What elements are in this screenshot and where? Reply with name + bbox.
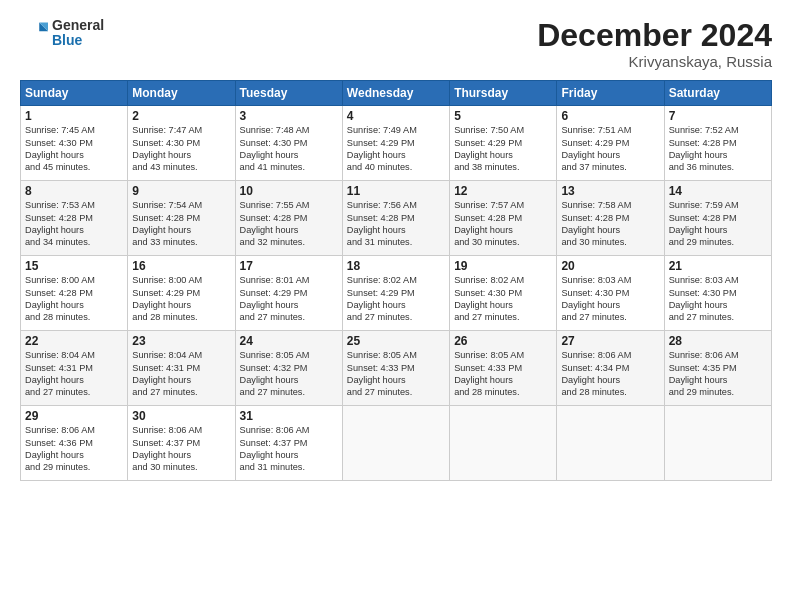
- table-row: [664, 406, 771, 481]
- cell-info: Sunrise: 8:05 AM Sunset: 4:33 PM Dayligh…: [347, 349, 445, 399]
- cell-info: Sunrise: 7:49 AM Sunset: 4:29 PM Dayligh…: [347, 124, 445, 174]
- calendar-row: 22 Sunrise: 8:04 AM Sunset: 4:31 PM Dayl…: [21, 331, 772, 406]
- day-number: 30: [132, 409, 230, 423]
- calendar-row: 15 Sunrise: 8:00 AM Sunset: 4:28 PM Dayl…: [21, 256, 772, 331]
- day-number: 17: [240, 259, 338, 273]
- table-row: 15 Sunrise: 8:00 AM Sunset: 4:28 PM Dayl…: [21, 256, 128, 331]
- table-row: 30 Sunrise: 8:06 AM Sunset: 4:37 PM Dayl…: [128, 406, 235, 481]
- calendar-row: 8 Sunrise: 7:53 AM Sunset: 4:28 PM Dayli…: [21, 181, 772, 256]
- cell-info: Sunrise: 7:53 AM Sunset: 4:28 PM Dayligh…: [25, 199, 123, 249]
- logo-icon: [20, 19, 48, 47]
- day-number: 1: [25, 109, 123, 123]
- table-row: 25 Sunrise: 8:05 AM Sunset: 4:33 PM Dayl…: [342, 331, 449, 406]
- day-number: 11: [347, 184, 445, 198]
- cell-info: Sunrise: 7:51 AM Sunset: 4:29 PM Dayligh…: [561, 124, 659, 174]
- logo-general: General: [52, 18, 104, 33]
- col-tuesday: Tuesday: [235, 81, 342, 106]
- cell-info: Sunrise: 8:04 AM Sunset: 4:31 PM Dayligh…: [25, 349, 123, 399]
- cell-info: Sunrise: 7:47 AM Sunset: 4:30 PM Dayligh…: [132, 124, 230, 174]
- cell-info: Sunrise: 7:59 AM Sunset: 4:28 PM Dayligh…: [669, 199, 767, 249]
- cell-info: Sunrise: 8:02 AM Sunset: 4:30 PM Dayligh…: [454, 274, 552, 324]
- day-number: 12: [454, 184, 552, 198]
- cell-info: Sunrise: 7:54 AM Sunset: 4:28 PM Dayligh…: [132, 199, 230, 249]
- day-number: 6: [561, 109, 659, 123]
- cell-info: Sunrise: 7:45 AM Sunset: 4:30 PM Dayligh…: [25, 124, 123, 174]
- day-number: 5: [454, 109, 552, 123]
- table-row: 8 Sunrise: 7:53 AM Sunset: 4:28 PM Dayli…: [21, 181, 128, 256]
- day-number: 2: [132, 109, 230, 123]
- table-row: [342, 406, 449, 481]
- page: General Blue December 2024 Krivyanskaya,…: [0, 0, 792, 612]
- day-number: 16: [132, 259, 230, 273]
- table-row: 2 Sunrise: 7:47 AM Sunset: 4:30 PM Dayli…: [128, 106, 235, 181]
- cell-info: Sunrise: 8:06 AM Sunset: 4:37 PM Dayligh…: [240, 424, 338, 474]
- day-number: 22: [25, 334, 123, 348]
- day-number: 18: [347, 259, 445, 273]
- cell-info: Sunrise: 8:03 AM Sunset: 4:30 PM Dayligh…: [669, 274, 767, 324]
- day-number: 10: [240, 184, 338, 198]
- col-friday: Friday: [557, 81, 664, 106]
- header: General Blue December 2024 Krivyanskaya,…: [20, 18, 772, 70]
- col-saturday: Saturday: [664, 81, 771, 106]
- location: Krivyanskaya, Russia: [537, 53, 772, 70]
- day-number: 15: [25, 259, 123, 273]
- table-row: 14 Sunrise: 7:59 AM Sunset: 4:28 PM Dayl…: [664, 181, 771, 256]
- table-row: 22 Sunrise: 8:04 AM Sunset: 4:31 PM Dayl…: [21, 331, 128, 406]
- table-row: [557, 406, 664, 481]
- table-row: 29 Sunrise: 8:06 AM Sunset: 4:36 PM Dayl…: [21, 406, 128, 481]
- day-number: 24: [240, 334, 338, 348]
- day-number: 3: [240, 109, 338, 123]
- table-row: 1 Sunrise: 7:45 AM Sunset: 4:30 PM Dayli…: [21, 106, 128, 181]
- table-row: 27 Sunrise: 8:06 AM Sunset: 4:34 PM Dayl…: [557, 331, 664, 406]
- table-row: 6 Sunrise: 7:51 AM Sunset: 4:29 PM Dayli…: [557, 106, 664, 181]
- day-number: 20: [561, 259, 659, 273]
- table-row: 11 Sunrise: 7:56 AM Sunset: 4:28 PM Dayl…: [342, 181, 449, 256]
- day-number: 21: [669, 259, 767, 273]
- cell-info: Sunrise: 7:48 AM Sunset: 4:30 PM Dayligh…: [240, 124, 338, 174]
- cell-info: Sunrise: 8:01 AM Sunset: 4:29 PM Dayligh…: [240, 274, 338, 324]
- cell-info: Sunrise: 8:05 AM Sunset: 4:33 PM Dayligh…: [454, 349, 552, 399]
- table-row: 26 Sunrise: 8:05 AM Sunset: 4:33 PM Dayl…: [450, 331, 557, 406]
- day-number: 7: [669, 109, 767, 123]
- cell-info: Sunrise: 7:56 AM Sunset: 4:28 PM Dayligh…: [347, 199, 445, 249]
- cell-info: Sunrise: 7:52 AM Sunset: 4:28 PM Dayligh…: [669, 124, 767, 174]
- cell-info: Sunrise: 8:02 AM Sunset: 4:29 PM Dayligh…: [347, 274, 445, 324]
- logo: General Blue: [20, 18, 104, 49]
- cell-info: Sunrise: 7:57 AM Sunset: 4:28 PM Dayligh…: [454, 199, 552, 249]
- table-row: 5 Sunrise: 7:50 AM Sunset: 4:29 PM Dayli…: [450, 106, 557, 181]
- table-row: 9 Sunrise: 7:54 AM Sunset: 4:28 PM Dayli…: [128, 181, 235, 256]
- day-number: 31: [240, 409, 338, 423]
- table-row: 23 Sunrise: 8:04 AM Sunset: 4:31 PM Dayl…: [128, 331, 235, 406]
- title-block: December 2024 Krivyanskaya, Russia: [537, 18, 772, 70]
- table-row: 16 Sunrise: 8:00 AM Sunset: 4:29 PM Dayl…: [128, 256, 235, 331]
- table-row: 13 Sunrise: 7:58 AM Sunset: 4:28 PM Dayl…: [557, 181, 664, 256]
- table-row: 31 Sunrise: 8:06 AM Sunset: 4:37 PM Dayl…: [235, 406, 342, 481]
- table-row: 3 Sunrise: 7:48 AM Sunset: 4:30 PM Dayli…: [235, 106, 342, 181]
- table-row: 24 Sunrise: 8:05 AM Sunset: 4:32 PM Dayl…: [235, 331, 342, 406]
- table-row: 18 Sunrise: 8:02 AM Sunset: 4:29 PM Dayl…: [342, 256, 449, 331]
- day-number: 27: [561, 334, 659, 348]
- table-row: 4 Sunrise: 7:49 AM Sunset: 4:29 PM Dayli…: [342, 106, 449, 181]
- calendar-row: 1 Sunrise: 7:45 AM Sunset: 4:30 PM Dayli…: [21, 106, 772, 181]
- day-number: 13: [561, 184, 659, 198]
- day-number: 4: [347, 109, 445, 123]
- cell-info: Sunrise: 7:50 AM Sunset: 4:29 PM Dayligh…: [454, 124, 552, 174]
- cell-info: Sunrise: 7:58 AM Sunset: 4:28 PM Dayligh…: [561, 199, 659, 249]
- day-number: 14: [669, 184, 767, 198]
- day-number: 29: [25, 409, 123, 423]
- table-row: 7 Sunrise: 7:52 AM Sunset: 4:28 PM Dayli…: [664, 106, 771, 181]
- cell-info: Sunrise: 8:06 AM Sunset: 4:36 PM Dayligh…: [25, 424, 123, 474]
- cell-info: Sunrise: 8:05 AM Sunset: 4:32 PM Dayligh…: [240, 349, 338, 399]
- header-row: Sunday Monday Tuesday Wednesday Thursday…: [21, 81, 772, 106]
- col-wednesday: Wednesday: [342, 81, 449, 106]
- day-number: 26: [454, 334, 552, 348]
- table-row: [450, 406, 557, 481]
- day-number: 28: [669, 334, 767, 348]
- cell-info: Sunrise: 8:04 AM Sunset: 4:31 PM Dayligh…: [132, 349, 230, 399]
- cell-info: Sunrise: 8:06 AM Sunset: 4:35 PM Dayligh…: [669, 349, 767, 399]
- col-thursday: Thursday: [450, 81, 557, 106]
- cell-info: Sunrise: 8:00 AM Sunset: 4:29 PM Dayligh…: [132, 274, 230, 324]
- table-row: 21 Sunrise: 8:03 AM Sunset: 4:30 PM Dayl…: [664, 256, 771, 331]
- table-row: 12 Sunrise: 7:57 AM Sunset: 4:28 PM Dayl…: [450, 181, 557, 256]
- cell-info: Sunrise: 8:06 AM Sunset: 4:34 PM Dayligh…: [561, 349, 659, 399]
